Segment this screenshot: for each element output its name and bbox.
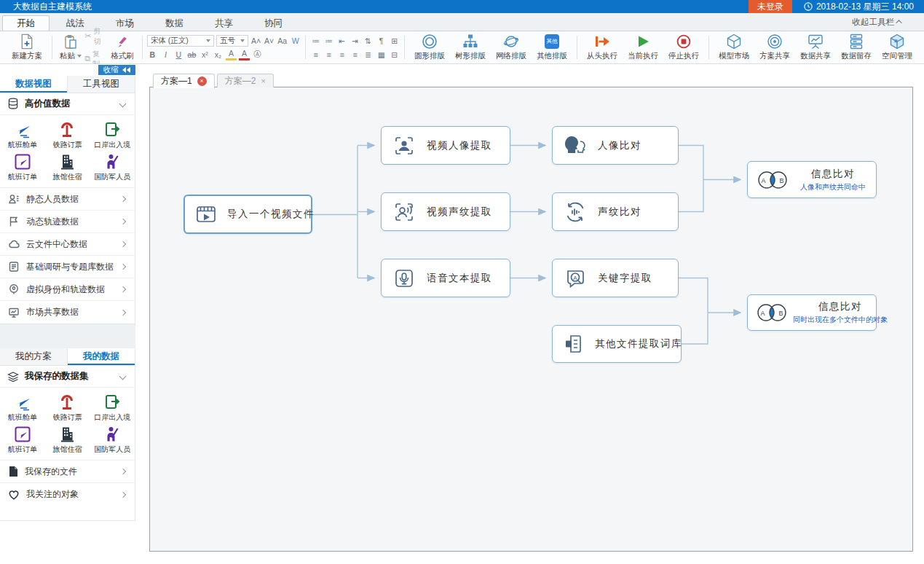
node-info-comparison-1[interactable]: AB 信息比对 人像和声纹共同命中 [747, 161, 877, 198]
category-dynamic-track-data[interactable]: 动态轨迹数据 [0, 211, 135, 233]
model-market-button[interactable]: 模型市场 [714, 34, 754, 61]
node-info-comparison-2[interactable]: AB 信息比对 同时出现在多个文件中的对象 [747, 294, 877, 331]
data-share-button[interactable]: 数据共享 [795, 34, 836, 61]
scheme-tab-2[interactable]: 方案—2 × [217, 74, 274, 87]
category-virtual-identity-data[interactable]: 虚拟身份和轨迹数据 [0, 278, 135, 301]
sidebar-collapse-button[interactable]: 收缩 [98, 65, 135, 75]
node-video-voiceprint-extraction[interactable]: 视频声纹提取 [381, 192, 510, 231]
node-other-files-lexicon[interactable]: 其他文件提取词库 [552, 325, 682, 363]
decrease-indent-button[interactable]: ⇤ [336, 35, 347, 47]
dataset-rail-ticket[interactable]: 铁路订票 [45, 391, 90, 423]
shrink-font-button[interactable]: A˅ [264, 35, 275, 47]
my-saved-files-item[interactable]: 我保存的文件 [0, 461, 135, 483]
run-current-button[interactable]: 当前执行 [623, 34, 663, 61]
new-plan-button[interactable]: 新建方案 [7, 34, 47, 61]
underline-button[interactable]: U [173, 49, 184, 60]
ribbon-tab-market[interactable]: 市场 [101, 15, 149, 31]
high-value-data-section-header[interactable]: 高价值数据 [0, 93, 135, 115]
enclose-characters-button[interactable]: Ⓐ [252, 49, 263, 60]
borders-button[interactable]: ⊟ [389, 49, 400, 60]
tree-layout-button[interactable]: 树形排版 [450, 34, 491, 61]
numbering-button[interactable]: ≔ [323, 35, 334, 47]
shading-button[interactable]: ▦ [376, 49, 387, 60]
cut-button[interactable]: ✂剪切 [84, 26, 107, 47]
database-icon [7, 98, 19, 110]
table-button[interactable]: ⊞ [389, 35, 400, 47]
category-market-shared-data[interactable]: 市场共享数据 [0, 301, 135, 324]
paste-button[interactable]: 粘贴 [57, 34, 84, 61]
tab-data-view[interactable]: 数据视图 [0, 76, 67, 93]
font-size-select[interactable]: 五号 [216, 35, 248, 47]
format-painter-button[interactable]: 格式刷 [107, 34, 138, 61]
ribbon-tab-collaborate[interactable]: 协同 [250, 15, 297, 31]
dataset-rail-ticket[interactable]: 铁路订票 [45, 119, 90, 151]
category-static-personnel-data[interactable]: 静态人员数据 [0, 188, 135, 211]
strikethrough-button[interactable]: ab [186, 49, 197, 60]
text-effects-button[interactable]: W [290, 35, 301, 47]
category-cloud-file-data[interactable]: 云文件中心数据 [0, 233, 135, 256]
dataset-flight-manifest[interactable]: 航班舱单 [0, 391, 45, 423]
data-retention-button[interactable]: 数据留存 [836, 34, 877, 61]
flow-canvas[interactable]: 导入一个视频文件 视频人像提取 视频声纹提取 语音文本提取 人像比对 [149, 87, 913, 552]
align-left-button[interactable]: ≡ [310, 49, 321, 60]
dataset-military-personnel[interactable]: 国防军人员 [90, 151, 135, 183]
tab-my-plans[interactable]: 我的方案 [0, 348, 67, 365]
italic-button[interactable]: I [160, 49, 171, 60]
dataset-border-entry-exit[interactable]: 口岸出入境 [90, 119, 135, 151]
align-center-button[interactable]: ≡ [323, 49, 334, 60]
login-status-badge[interactable]: 未登录 [749, 0, 792, 13]
justify-button[interactable]: ≡ [350, 49, 360, 60]
node-speech-text-extraction[interactable]: 语音文本提取 [381, 259, 510, 297]
highlight-color-button[interactable]: A [226, 49, 237, 60]
tab-tool-view[interactable]: 工具视图 [67, 76, 135, 93]
app-window: 大数据自主建模系统 未登录 2018-02-13 星期三 14:00 开始 战法… [0, 0, 924, 564]
paragraph-marks-button[interactable]: ¶ [376, 35, 387, 47]
dataset-flight-manifest[interactable]: 航班舱单 [0, 119, 45, 151]
bold-button[interactable]: B [147, 49, 158, 60]
ribbon-tab-data[interactable]: 数据 [151, 15, 198, 31]
change-case-button[interactable]: Aa [277, 35, 288, 47]
line-spacing-button[interactable]: ≣ [363, 49, 374, 60]
voiceprint-scan-icon [391, 199, 417, 225]
plan-share-button[interactable]: 方案共享 [754, 34, 795, 61]
layers-icon [7, 371, 19, 383]
node-import-video-file[interactable]: 导入一个视频文件 [183, 195, 312, 234]
subscript-button[interactable]: x₂ [213, 49, 224, 60]
ribbon-tab-start[interactable]: 开始 [2, 15, 50, 31]
space-management-button[interactable]: 空间管理 [877, 34, 917, 61]
bullets-button[interactable]: ≔ [310, 35, 321, 47]
dataset-flight-order[interactable]: 航班订单 [0, 423, 45, 455]
saved-datasets-section-header[interactable]: 我保存的数据集 [0, 366, 135, 388]
font-family-select[interactable]: 宋体 (正文) [147, 35, 214, 47]
ribbon-tab-share[interactable]: 共享 [200, 15, 248, 31]
scheme-tab-1[interactable]: 方案—1 × [153, 74, 215, 88]
node-face-comparison[interactable]: 人像比对 [552, 126, 679, 165]
network-layout-button[interactable]: 网络排版 [491, 34, 532, 61]
svg-text:A: A [761, 176, 765, 184]
tab-my-data[interactable]: 我的数据 [67, 348, 135, 365]
node-voiceprint-comparison[interactable]: 声纹比对 [552, 192, 679, 231]
dataset-hotel-stay[interactable]: 旅馆住宿 [45, 151, 90, 183]
run-from-start-button[interactable]: 从头执行 [582, 34, 623, 61]
dataset-hotel-stay[interactable]: 旅馆住宿 [45, 423, 90, 455]
close-tab-icon[interactable]: × [197, 77, 207, 86]
sort-button[interactable]: ⇅ [363, 35, 374, 47]
close-tab-icon[interactable]: × [261, 77, 265, 85]
align-right-button[interactable]: ≡ [336, 49, 347, 60]
node-video-face-extraction[interactable]: 视频人像提取 [381, 126, 510, 165]
my-followed-objects-item[interactable]: 我关注的对象 [0, 483, 135, 506]
other-layout-button[interactable]: 其他 其他排版 [532, 34, 572, 61]
collapse-toolbar-button[interactable]: 收起工具栏 [853, 17, 903, 28]
dataset-border-entry-exit[interactable]: 口岸出入境 [90, 391, 135, 423]
category-survey-thematic-data[interactable]: 基础调研与专题库数据 [0, 256, 135, 278]
node-keyword-extraction[interactable]: A 关键字提取 [552, 259, 679, 297]
increase-indent-button[interactable]: ⇥ [350, 35, 360, 47]
circle-layout-button[interactable]: 圆形排版 [409, 34, 450, 61]
superscript-button[interactable]: x² [200, 49, 210, 60]
cube-filled-icon [889, 34, 905, 50]
stop-run-button[interactable]: 停止执行 [663, 34, 704, 61]
dataset-military-personnel[interactable]: 国防军人员 [90, 423, 135, 455]
grow-font-button[interactable]: A˄ [250, 35, 261, 47]
dataset-flight-order[interactable]: 航班订单 [0, 151, 45, 183]
font-color-button[interactable]: A [239, 49, 250, 60]
